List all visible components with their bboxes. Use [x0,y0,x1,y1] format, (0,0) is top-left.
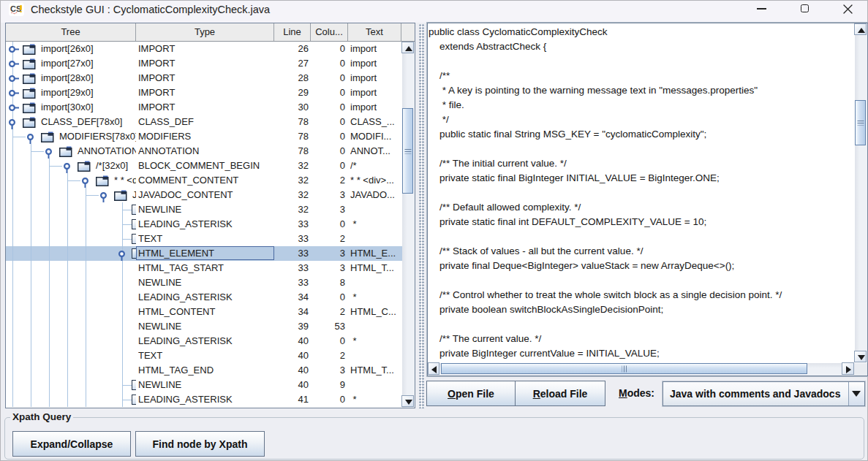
source-code-text[interactable]: public class CyclomaticComplexityCheck e… [429,25,782,361]
type-cell[interactable]: JAVADOC_CONTENT [138,188,270,202]
tree-table-scrollbar-thumb[interactable] [402,108,413,194]
tree-expanded-handle-icon[interactable] [7,117,20,129]
type-cell[interactable]: NEWLINE [138,275,270,290]
tree-node-label[interactable]: * * <div> [114,173,136,188]
type-cell[interactable]: BLOCK_COMMENT_BEGIN [138,159,270,173]
type-cell[interactable]: NEWLINE [138,202,270,217]
column-cell[interactable]: 3 [311,246,345,261]
type-cell[interactable]: IMPORT [138,100,270,115]
tree-table-row[interactable]: TEXT402 [6,348,402,363]
text-cell[interactable]: HTML_C... [350,305,401,319]
minimize-button[interactable] [738,1,781,18]
tree-node-label[interactable]: import[27x0] [41,56,94,71]
column-header-line[interactable]: Line [274,23,311,41]
tree-expanded-handle-icon[interactable] [25,132,38,144]
tree-table-row[interactable]: NEWLINE338 [6,275,402,290]
line-cell[interactable]: 28 [274,71,309,85]
text-cell[interactable] [350,348,401,363]
tree-table-row[interactable]: import[26x0]IMPORT260import [6,42,402,56]
text-cell[interactable]: ANNOT... [350,144,401,159]
tree-table-row[interactable]: HTML_ELEMENT333HTML_E... [6,246,402,261]
column-cell[interactable]: 3 [311,363,345,378]
tree-table-row[interactable]: JAVADOC_CONTENTJAVADOC_CONTENT323JAVADO.… [6,188,402,202]
text-cell[interactable]: * [350,334,401,348]
tree-node-label[interactable]: JAVADOC_CONTENT [132,188,136,202]
line-cell[interactable]: 41 [274,392,309,407]
tree-table-row[interactable]: ANNOTATION[78x0]ANNOTATION780ANNOT... [6,144,402,159]
line-cell[interactable]: 40 [274,334,309,348]
type-cell[interactable]: MODIFIERS [138,129,270,144]
type-cell[interactable]: IMPORT [138,56,270,71]
column-cell[interactable]: 3 [311,202,345,217]
tree-collapsed-handle-icon[interactable] [7,44,20,56]
tree-table-row[interactable]: HTML_TAG_START333HTML_T... [6,261,402,275]
tree-collapsed-handle-icon[interactable] [7,88,20,100]
column-cell[interactable]: 0 [311,115,345,129]
text-cell[interactable]: JAVADO... [350,188,401,202]
type-cell[interactable]: IMPORT [138,71,270,85]
tree-table-row[interactable]: LEADING_ASTERISK330 * [6,217,402,232]
tree-collapsed-handle-icon[interactable] [7,102,20,115]
text-cell[interactable]: HTML_E... [350,246,401,261]
text-cell[interactable]: import [350,42,401,56]
line-cell[interactable]: 33 [274,217,309,232]
type-cell[interactable]: IMPORT [138,85,270,100]
tree-table-row[interactable]: import[28x0]IMPORT280import [6,71,402,85]
scroll-up-button[interactable] [401,42,414,53]
scroll-right-button[interactable] [842,362,854,375]
tree-table-row[interactable]: LEADING_ASTERISK400 * [6,334,402,348]
line-cell[interactable]: 32 [274,202,309,217]
column-cell[interactable]: 2 [311,232,345,246]
column-cell[interactable]: 0 [311,85,345,100]
type-cell[interactable]: CLASS_DEF [138,115,270,129]
tree-table-row[interactable]: NEWLINE3953 [6,319,402,334]
column-header-type[interactable]: Type [136,23,274,41]
column-cell[interactable]: 0 [311,144,345,159]
line-cell[interactable]: 33 [274,261,309,275]
column-cell[interactable]: 3 [311,188,345,202]
mode-combobox[interactable]: Java with comments and Javadocs [663,381,865,406]
text-cell[interactable]: import [350,71,401,85]
tree-node-label[interactable]: /*[32x0] [96,159,128,173]
line-cell[interactable]: 40 [274,378,309,392]
line-cell[interactable]: 78 [274,144,309,159]
text-cell[interactable]: * [350,217,401,232]
type-cell[interactable]: HTML_TAG_START [138,261,270,275]
tree-node-label[interactable]: MODIFIERS[78x0] [59,129,136,144]
type-cell[interactable]: HTML_TAG_END [138,363,270,378]
type-cell[interactable]: LEADING_ASTERISK [138,290,270,305]
tree-node-label[interactable]: ANNOTATION[78x0] [78,144,136,159]
type-cell[interactable]: HTML_ELEMENT [138,246,270,261]
tree-table-row[interactable]: MODIFIERS[78x0]MODIFIERS780MODIFI... [6,129,402,144]
line-cell[interactable]: 33 [274,275,309,290]
column-cell[interactable]: 0 [311,334,345,348]
text-cell[interactable] [350,319,401,334]
tree-expanded-handle-icon[interactable] [61,161,75,173]
scroll-left-button[interactable] [428,362,439,375]
find-node-by-xpath-button[interactable]: Find node by Xpath [135,431,265,457]
column-cell[interactable]: 0 [311,392,345,407]
line-cell[interactable]: 78 [274,129,309,144]
tree-table-row[interactable]: /*[32x0]BLOCK_COMMENT_BEGIN320/* [6,159,402,173]
line-cell[interactable]: 40 [274,348,309,363]
text-cell[interactable]: /* [350,159,401,173]
tree-node-label[interactable]: import[28x0] [41,71,94,85]
text-cell[interactable]: import [350,100,401,115]
code-horizontal-scrollbar[interactable] [428,363,854,376]
text-cell[interactable]: MODIFI... [350,129,401,144]
text-cell[interactable] [350,232,401,246]
type-cell[interactable]: ANNOTATION [138,144,270,159]
tree-node-label[interactable]: import[29x0] [41,85,94,100]
type-cell[interactable]: TEXT [138,232,270,246]
split-divider[interactable] [415,23,427,410]
code-vertical-scrollbar[interactable] [855,23,867,362]
line-cell[interactable]: 33 [274,232,309,246]
tree-node-label[interactable]: CLASS_DEF[78x0] [41,115,122,129]
type-cell[interactable]: IMPORT [138,42,270,56]
text-cell[interactable]: * * <div>... [350,173,401,188]
text-cell[interactable]: HTML_T... [350,261,401,275]
line-cell[interactable]: 40 [274,363,309,378]
tree-table-row[interactable]: * * <div>COMMENT_CONTENT322* * <div>... [6,173,402,188]
line-cell[interactable]: 34 [274,305,309,319]
column-cell[interactable]: 0 [311,100,345,115]
